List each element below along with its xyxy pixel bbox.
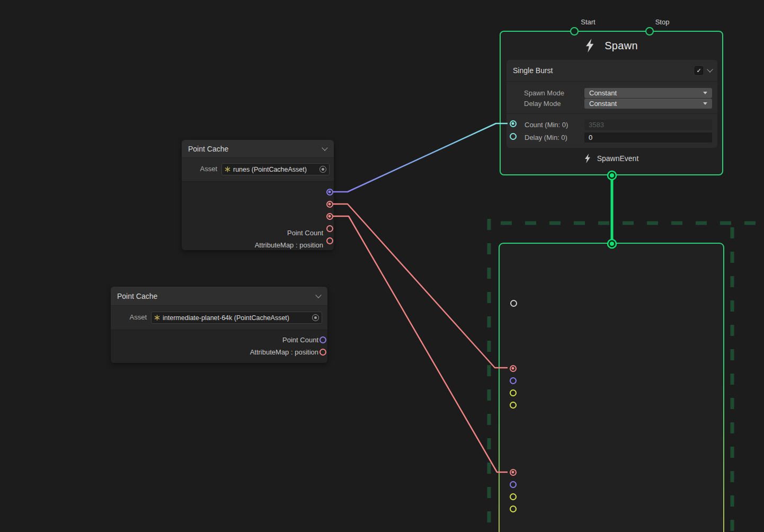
object-picker-icon[interactable]: [312, 314, 319, 321]
output-label: Point Count: [185, 336, 318, 344]
attributemap-position-output-port[interactable]: [326, 201, 333, 208]
delay-input[interactable]: 0: [584, 132, 712, 143]
attributemap-velocity-output-port[interactable]: [326, 213, 333, 220]
delay-label: Delay (Min: 0): [525, 132, 567, 143]
attributemap-color-output-port[interactable]: [326, 225, 333, 232]
spawn-start-label: Start: [572, 18, 604, 26]
edge-velocity-to-attributemap[interactable]: [330, 216, 508, 472]
output-label: AttributeMap : position: [198, 241, 323, 249]
delay-input-port[interactable]: [510, 133, 517, 140]
asset-label: Asset: [114, 313, 147, 321]
point-cache-planet-header[interactable]: Point Cache: [111, 287, 327, 305]
position-value-bias-input-port[interactable]: [510, 389, 517, 396]
count-label: Count (Min: 0): [525, 120, 568, 130]
point-cache-asset-icon: [225, 166, 230, 172]
initialize-particle-node[interactable]: Initialize Particle WORLD Capacity 65536…: [499, 243, 724, 532]
edge-position-to-attributemap[interactable]: [330, 204, 508, 368]
velocity-value-bias-input-port[interactable]: [510, 493, 517, 500]
point-cache-planet-node[interactable]: Point Cache Asset intermediate-planet-64…: [111, 287, 327, 363]
spawn-mode-label: Spawn Mode: [524, 88, 564, 98]
lightning-icon: [584, 154, 590, 163]
count-input[interactable]: 3583: [584, 120, 712, 130]
point-cache-runes-header[interactable]: Point Cache: [182, 140, 334, 157]
asset-label: Asset: [188, 165, 217, 173]
point-cache-runes-node[interactable]: Point Cache Asset runes (PointCacheAsset…: [182, 140, 334, 250]
dropdown-arrow-icon: [703, 92, 707, 94]
single-burst-header[interactable]: Single Burst ✓: [507, 60, 717, 82]
position-attribute-map-input-port[interactable]: [510, 365, 517, 372]
asset-object-field[interactable]: runes (PointCacheAsset): [221, 163, 330, 175]
point-cache-asset-icon: [154, 315, 160, 321]
lightning-icon: [585, 39, 594, 52]
asset-row: Asset intermediate-planet-64k (PointCach…: [111, 305, 327, 330]
asset-row: Asset runes (PointCacheAsset): [182, 157, 334, 182]
dropdown-arrow-icon: [703, 102, 707, 105]
spawn-node[interactable]: Spawn Single Burst ✓ Spawn Mode Constant…: [500, 31, 723, 175]
output-label: AttributeMap : position: [185, 348, 318, 356]
spawn-node-title: Spawn: [605, 40, 638, 52]
position-value-scale-input-port[interactable]: [510, 402, 517, 409]
output-label: Point Count: [198, 229, 323, 237]
point-count-output-port[interactable]: [326, 189, 333, 196]
vfx-graph-canvas[interactable]: Start Stop Spawn Single Burst ✓ Spawn Mo…: [0, 0, 764, 532]
delay-mode-label: Delay Mode: [524, 99, 561, 109]
spawnevent-label: SpawnEvent: [597, 154, 639, 163]
delay-mode-dropdown[interactable]: Constant: [584, 99, 712, 109]
collapse-chevron[interactable]: [322, 145, 327, 150]
single-burst-title: Single Burst: [513, 66, 553, 75]
attributemap-age-output-port[interactable]: [326, 237, 333, 244]
outputs-section: Point Count AttributeMap : position Attr…: [182, 182, 334, 250]
point-count-output-port[interactable]: [319, 336, 326, 343]
bounds-input-port[interactable]: [510, 300, 517, 307]
asset-object-field[interactable]: intermediate-planet-64k (PointCacheAsset…: [151, 312, 322, 324]
point-cache-title: Point Cache: [117, 292, 157, 300]
velocity-attribute-map-input-port[interactable]: [510, 469, 517, 476]
count-input-port[interactable]: [510, 120, 517, 127]
single-burst-collapse-chevron[interactable]: [707, 66, 713, 72]
collapse-chevron[interactable]: [315, 292, 321, 298]
spawn-stop-label: Stop: [646, 18, 678, 26]
outputs-section: Point Count AttributeMap : position: [111, 330, 327, 363]
attributemap-position-output-port[interactable]: [319, 349, 326, 356]
edge-pointcount-to-count[interactable]: [330, 123, 508, 192]
object-picker-icon[interactable]: [319, 166, 326, 173]
point-cache-title: Point Cache: [188, 145, 228, 153]
single-burst-block[interactable]: Single Burst ✓ Spawn Mode Constant Delay…: [507, 60, 717, 148]
spawn-mode-dropdown[interactable]: Constant: [584, 88, 712, 98]
velocity-value-scale-input-port[interactable]: [510, 506, 517, 512]
single-burst-enabled-checkbox[interactable]: ✓: [695, 66, 703, 75]
position-seed-input-port[interactable]: [510, 377, 517, 384]
velocity-seed-input-port[interactable]: [510, 481, 517, 488]
